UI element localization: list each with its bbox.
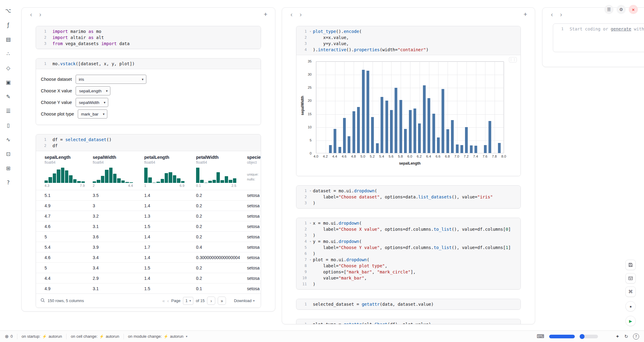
plot-type-dropdown[interactable]: mark_bar▾ xyxy=(78,109,107,119)
snippets-icon[interactable]: ⊞ xyxy=(4,164,13,172)
table-row[interactable]: 4.931.40.2setosa xyxy=(36,200,261,211)
layers-icon[interactable]: ▣ xyxy=(4,78,13,86)
chart-bar xyxy=(488,121,491,153)
first-page-icon[interactable]: « xyxy=(162,298,165,303)
keyboard-icon[interactable]: ⌨ xyxy=(537,333,544,340)
xy-plot-dropdown-cell: 1▾x = mo.ui.dropdown(2 label="Choose X v… xyxy=(296,218,521,290)
x-value-dropdown[interactable]: sepalLength▾ xyxy=(76,86,110,95)
page-number-select[interactable]: 1▾ xyxy=(183,297,193,305)
status-bar: ⊗ 0 on startup: ⚡ autorun on cell change… xyxy=(0,330,644,342)
on-startup-setting[interactable]: on startup: ⚡ autorun xyxy=(22,334,62,339)
datasources-icon[interactable]: ▤ xyxy=(4,35,13,43)
file-explorer-icon[interactable]: ⌥ xyxy=(4,7,13,15)
dataset-dropdown[interactable]: iris▾ xyxy=(76,75,146,84)
scratchpad-icon[interactable]: ✎ xyxy=(4,93,13,101)
dataset-row: Choose datasetiris▾ xyxy=(41,73,256,85)
line-number: 1 xyxy=(556,26,565,50)
table-row[interactable]: 4.73.21.30.2setosa xyxy=(36,211,261,221)
column-header-petalLength[interactable]: petalLengthfloat64 xyxy=(144,155,196,165)
column-header-sepalLength[interactable]: sepalLengthfloat64 xyxy=(45,155,93,165)
outline-icon[interactable]: ☰ xyxy=(4,107,13,115)
on-module-change-setting[interactable]: on module change: ⚡ autorun ▾ xyxy=(128,334,188,339)
chart-bar xyxy=(456,144,459,153)
last-page-icon[interactable]: » xyxy=(218,297,226,305)
documentation-icon[interactable]: ▯ xyxy=(4,121,13,129)
code-editor[interactable]: 1mo.vstack([dataset, x, y, plot]) xyxy=(36,59,261,69)
code-editor[interactable]: 1import marimo as mo2import altair as al… xyxy=(36,26,261,49)
chevron-down-icon: ▾ xyxy=(104,101,106,105)
prev-page-icon[interactable]: ‹ xyxy=(167,298,169,303)
x-value-row: Choose X valuesepalLength▾ xyxy=(41,85,256,97)
chart-output: ⋮⋮ sepalWidth 05101520253035 4.04.24.44.… xyxy=(296,55,521,176)
save-button[interactable] xyxy=(625,260,636,270)
interrupt-button[interactable]: ■ xyxy=(625,301,636,312)
help-icon[interactable]: ? xyxy=(633,333,639,340)
altair-bar-chart[interactable]: sepalWidth 05101520253035 4.04.24.44.64.… xyxy=(299,58,512,172)
sepalWidth-histogram xyxy=(93,168,133,183)
window-controls: ☰ ⚙ × xyxy=(604,5,638,14)
code-editor[interactable]: 1df = selected_dataset()2df xyxy=(36,134,261,151)
generate-with-ai-link[interactable]: generate xyxy=(611,27,631,31)
column-next-icon[interactable]: › xyxy=(556,10,566,19)
column-prev-icon[interactable]: ‹ xyxy=(547,10,556,19)
table-row[interactable]: 53.61.40.2setosa xyxy=(36,231,261,242)
notebook-column-1: ‹ › + 1import marimo as mo2import altair… xyxy=(21,7,275,312)
ai-sparkle-icon[interactable]: ✦ xyxy=(616,334,620,339)
toggle-slider[interactable] xyxy=(580,335,598,338)
error-count: 0 xyxy=(11,334,13,339)
plot-type-row: Choose plot typemark_bar▾ xyxy=(41,108,256,120)
code-editor[interactable]: 1▾plot_type().encode(2 x=x.value,3 y=y.v… xyxy=(296,26,521,55)
dependency-graph-icon[interactable]: ∴ xyxy=(4,50,13,58)
terminal-icon[interactable]: ⊡ xyxy=(4,150,13,158)
table-row[interactable]: 4.93.11.50.1setosa xyxy=(36,283,261,294)
help-icon[interactable]: ? xyxy=(4,179,13,187)
run-button[interactable]: ▶ xyxy=(625,316,636,326)
column-header-petalWidth[interactable]: petalWidthfloat64 xyxy=(196,155,247,165)
column-header-species[interactable]: speciesobject xyxy=(247,155,261,165)
download-button[interactable]: Download▾ xyxy=(234,298,255,303)
notebook-column-3: ‹ › 1 Start coding or generate with AI xyxy=(542,7,644,67)
chart-bar xyxy=(381,97,383,153)
on-cell-change-setting[interactable]: on cell change: ⚡ autorun xyxy=(71,334,119,339)
y-value-dropdown[interactable]: sepalWidth▾ xyxy=(76,98,108,107)
error-indicator[interactable]: ⊗ 0 xyxy=(5,334,13,339)
command-palette-button[interactable]: ⌘ xyxy=(625,287,636,297)
table-row[interactable]: 4.63.41.40.30000000000000004setosa xyxy=(36,252,261,262)
editor-placeholder: Start coding or generate with AI xyxy=(570,26,644,50)
lightning-icon: ⚡ xyxy=(42,334,47,339)
shutdown-icon[interactable]: × xyxy=(629,5,638,14)
chart-bar xyxy=(334,129,336,153)
table-row[interactable]: 53.41.50.2setosa xyxy=(36,262,261,273)
search-icon[interactable] xyxy=(40,298,45,304)
table-row[interactable]: 5.43.91.70.4setosa xyxy=(36,242,261,252)
column-header-sepalWidth[interactable]: sepalWidthfloat64 xyxy=(93,155,144,165)
chart-bar xyxy=(437,137,440,153)
packages-icon[interactable]: ◇ xyxy=(4,64,13,72)
next-page-icon[interactable]: › xyxy=(207,297,215,305)
add-cell-icon[interactable]: + xyxy=(521,10,530,19)
refresh-icon[interactable]: ↻ xyxy=(624,334,628,339)
tracing-icon[interactable]: ∿ xyxy=(4,136,13,144)
code-editor[interactable]: 1▾x = mo.ui.dropdown(2 label="Choose X v… xyxy=(296,218,521,289)
table-row[interactable]: 5.13.51.40.2setosa xyxy=(36,190,261,200)
code-editor[interactable]: 1plot_type = getattr(alt.Chart(df), plot… xyxy=(296,319,521,324)
settings-gear-icon[interactable]: ⚙ xyxy=(617,5,626,14)
code-editor[interactable]: 1▾dataset = mo.ui.dropdown(2 label="Choo… xyxy=(296,186,521,208)
column-next-icon[interactable]: › xyxy=(296,10,305,19)
table-row[interactable]: 4.63.11.50.2setosa xyxy=(36,221,261,231)
plot-type-label: Choose plot type xyxy=(41,112,74,116)
chart-bar xyxy=(432,114,435,153)
menu-icon[interactable]: ☰ xyxy=(604,5,614,14)
new-cell-editor[interactable]: 1 Start coding or generate with AI xyxy=(553,23,644,52)
errors-icon: ⊗ xyxy=(5,334,9,339)
add-cell-icon[interactable]: + xyxy=(261,10,270,19)
table-view-button[interactable] xyxy=(625,273,636,283)
column-next-icon[interactable]: › xyxy=(36,10,45,19)
column-prev-icon[interactable]: ‹ xyxy=(27,10,36,19)
chart-bar xyxy=(338,147,341,153)
table-row[interactable]: 4.42.91.40.2setosa xyxy=(36,273,261,283)
width-slider[interactable] xyxy=(549,335,575,338)
column-prev-icon[interactable]: ‹ xyxy=(287,10,296,19)
code-editor[interactable]: 1selected_dataset = getattr(data, datase… xyxy=(296,299,521,309)
notebook-script-icon[interactable]: ƒ xyxy=(4,21,13,29)
